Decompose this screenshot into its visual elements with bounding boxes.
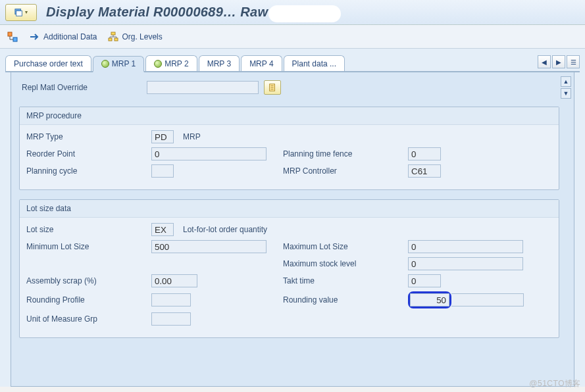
scroll-up-button[interactable]: ▲ — [561, 76, 571, 87]
title-bar: ▾ Display Material R00000689… Raw materi… — [0, 0, 585, 25]
min-lot-size-input[interactable] — [151, 240, 267, 253]
additional-data-label: Additional Data — [43, 32, 97, 41]
repl-matl-override-label: Repl Matl Override — [22, 83, 147, 92]
max-stock-level-label: Maximum stock level — [283, 259, 408, 268]
assembly-scrap-input[interactable] — [151, 274, 197, 287]
lot-size-desc: Lot-for-lot order quantity — [183, 225, 267, 234]
watermark: @51CTO博客 — [529, 378, 581, 389]
mrp-type-input[interactable] — [151, 130, 174, 143]
svg-rect-4 — [111, 32, 115, 35]
tab-mrp-2[interactable]: MRP 2 — [145, 55, 197, 71]
indicator-icon — [101, 60, 109, 68]
rounding-value-input[interactable] — [410, 293, 449, 306]
mrp-type-label: MRP Type — [26, 132, 151, 141]
lot-size-label: Lot size — [26, 225, 151, 234]
svg-rect-3 — [13, 37, 17, 41]
lot-size-data-legend: Lot size data — [20, 200, 559, 218]
additional-data-button[interactable]: Additional Data — [29, 31, 97, 43]
tab-purchase-order-text[interactable]: Purchase order text — [5, 55, 91, 71]
tabstrip-container: Purchase order text MRP 1 MRP 2 MRP 3 MR… — [0, 49, 585, 387]
reorder-point-label: Reorder Point — [26, 149, 151, 159]
uom-grp-label: Unit of Measure Grp — [26, 314, 151, 324]
tabstrip: Purchase order text MRP 1 MRP 2 MRP 3 MR… — [5, 55, 580, 72]
uom-grp-input[interactable] — [151, 312, 191, 326]
planning-time-fence-label: Planning time fence — [283, 149, 408, 159]
lot-size-input[interactable] — [151, 223, 174, 236]
tab-label: MRP 1 — [112, 59, 136, 68]
rounding-profile-label: Rounding Profile — [26, 295, 151, 305]
tab-label: MRP 3 — [207, 59, 231, 68]
planning-cycle-label: Planning cycle — [26, 166, 151, 176]
max-stock-level-input[interactable] — [408, 257, 523, 270]
org-levels-button[interactable]: Org. Levels — [107, 31, 162, 43]
tab-nav: ◀ ▶ ☰ — [538, 55, 580, 68]
lot-size-data-group: Lot size data Lot size Lot-for-lot order… — [19, 199, 559, 338]
hierarchy-toggle-icon — [7, 32, 18, 42]
tab-list-button[interactable]: ☰ — [567, 55, 580, 68]
mrp-procedure-group: MRP procedure MRP Type MRP Reorder Point — [19, 107, 559, 190]
rounding-value-ext-input[interactable] — [451, 293, 524, 306]
takt-time-input[interactable] — [408, 274, 441, 287]
svg-rect-2 — [8, 32, 12, 36]
scroll-down-button[interactable]: ▼ — [561, 88, 571, 99]
tab-mrp-1[interactable]: MRP 1 — [93, 56, 144, 72]
tab-label: MRP 2 — [165, 59, 188, 68]
svg-rect-1 — [16, 11, 22, 16]
takt-time-label: Takt time — [283, 276, 408, 285]
svg-rect-6 — [114, 38, 118, 41]
mrp-type-desc: MRP — [183, 132, 201, 141]
repl-matl-override-input[interactable] — [147, 81, 259, 94]
tab-scroll-left-button[interactable]: ◀ — [538, 55, 551, 68]
max-lot-size-label: Maximum Lot Size — [283, 242, 408, 251]
planning-time-fence-input[interactable] — [408, 147, 441, 160]
arrow-right-icon — [29, 31, 41, 43]
tab-plant-data[interactable]: Plant data ... — [284, 55, 345, 71]
tab-label: Plant data ... — [292, 59, 336, 68]
indicator-icon — [154, 60, 162, 68]
rounding-profile-input[interactable] — [151, 293, 191, 306]
tab-label: Purchase order text — [14, 59, 83, 68]
tab-label: MRP 4 — [249, 59, 273, 68]
tab-mrp-4[interactable]: MRP 4 — [241, 55, 282, 71]
menu-glyph-icon — [14, 8, 24, 17]
reorder-point-input[interactable] — [151, 147, 267, 160]
mrp-controller-label: MRP Controller — [283, 166, 408, 176]
dropdown-caret-icon: ▾ — [25, 9, 28, 15]
max-lot-size-input[interactable] — [408, 240, 523, 253]
org-levels-icon — [107, 31, 119, 43]
document-icon — [268, 83, 277, 92]
context-menu-button[interactable]: ▾ — [5, 4, 37, 21]
toggle-details-button[interactable] — [7, 31, 18, 43]
tab-mrp-3[interactable]: MRP 3 — [199, 55, 240, 71]
svg-rect-5 — [109, 38, 112, 41]
org-levels-label: Org. Levels — [122, 32, 162, 41]
tab-scroll-right-button[interactable]: ▶ — [552, 55, 565, 68]
min-lot-size-label: Minimum Lot Size — [26, 242, 151, 251]
redaction-overlay — [268, 5, 341, 22]
planning-cycle-input[interactable] — [151, 164, 174, 178]
mrp-controller-input[interactable] — [408, 164, 441, 178]
mrp-procedure-legend: MRP procedure — [20, 107, 559, 125]
assembly-scrap-label: Assembly scrap (%) — [26, 276, 151, 285]
rounding-value-label: Rounding value — [283, 295, 408, 305]
tab-content: ▲ ▼ Repl Matl Override MRP procedure MRP… — [11, 72, 574, 387]
repl-matl-override-picker-button[interactable] — [264, 80, 281, 95]
secondary-toolbar: Additional Data Org. Levels — [0, 25, 585, 49]
rounding-value-highlight — [408, 291, 451, 308]
